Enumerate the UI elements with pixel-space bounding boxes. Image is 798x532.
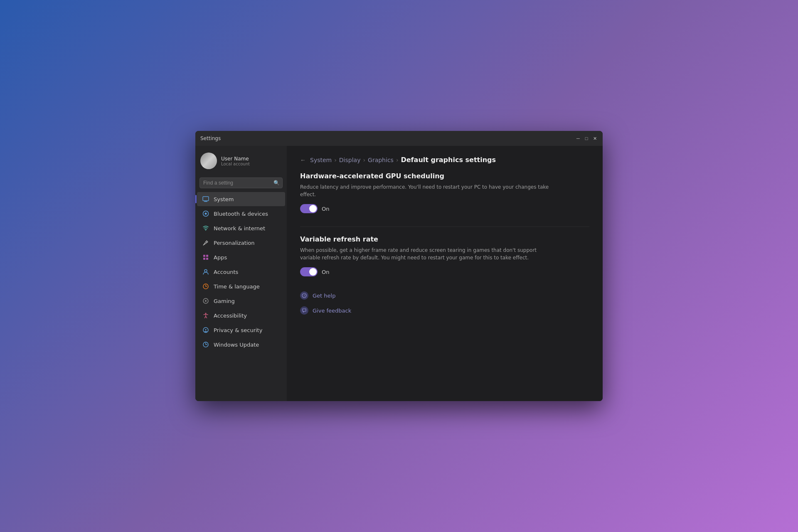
sidebar-label-update: Windows Update: [214, 342, 259, 348]
gpu-scheduling-desc: Reduce latency and improve performance. …: [300, 183, 549, 198]
page-title: Default graphics settings: [401, 156, 496, 164]
sidebar-item-network[interactable]: Network & internet: [197, 221, 285, 235]
svg-rect-0: [203, 197, 209, 201]
sidebar-item-personalization[interactable]: Personalization: [197, 236, 285, 250]
avatar: [200, 153, 217, 169]
variable-refresh-title: Variable refresh rate: [300, 235, 589, 243]
breadcrumb-sep-1: ›: [334, 157, 337, 163]
gpu-scheduling-toggle-row: On: [300, 204, 589, 213]
breadcrumb-graphics[interactable]: Graphics: [368, 157, 394, 163]
search-input[interactable]: [200, 177, 283, 188]
sidebar-item-apps[interactable]: Apps: [197, 250, 285, 264]
svg-point-14: [205, 313, 207, 314]
sidebar-label-time: Time & language: [214, 283, 260, 290]
accessibility-icon: [202, 312, 209, 319]
sidebar: User Name Local account 🔍 System: [195, 146, 287, 401]
sidebar-item-accessibility[interactable]: Accessibility: [197, 308, 285, 323]
maximize-button[interactable]: □: [584, 135, 589, 141]
gpu-scheduling-section: Hardware-accelerated GPU scheduling Redu…: [300, 172, 589, 213]
system-icon: [202, 195, 209, 203]
gpu-scheduling-toggle-label: On: [322, 206, 329, 212]
personalization-icon: [202, 239, 209, 246]
help-section: ? Get help Give feedback: [300, 290, 589, 316]
content-area: ← System › Display › Graphics › Default …: [287, 146, 603, 401]
sidebar-item-accounts[interactable]: Accounts: [197, 265, 285, 279]
sidebar-label-personalization: Personalization: [214, 240, 255, 246]
svg-rect-5: [203, 255, 205, 257]
nav-items: System Bluetooth & devices Network & int…: [195, 192, 287, 401]
gpu-scheduling-title: Hardware-accelerated GPU scheduling: [300, 172, 589, 180]
breadcrumb-display[interactable]: Display: [339, 157, 361, 163]
gpu-scheduling-toggle[interactable]: [300, 204, 318, 213]
svg-point-16: [205, 329, 207, 330]
user-name: User Name: [221, 156, 250, 162]
titlebar: Settings ─ □ ✕: [195, 131, 603, 146]
give-feedback-icon: [300, 306, 308, 315]
update-icon: [202, 341, 209, 348]
privacy-icon: [202, 326, 209, 334]
user-subtitle: Local account: [221, 162, 250, 166]
svg-rect-1: [204, 201, 207, 202]
svg-rect-8: [206, 258, 208, 260]
svg-point-9: [204, 270, 207, 272]
close-button[interactable]: ✕: [592, 135, 598, 141]
sidebar-label-gaming: Gaming: [214, 298, 235, 304]
bluetooth-icon: [202, 210, 209, 217]
sidebar-label-apps: Apps: [214, 254, 227, 261]
sidebar-item-gaming[interactable]: Gaming: [197, 294, 285, 308]
sidebar-label-system: System: [214, 196, 234, 202]
variable-refresh-toggle-label: On: [322, 269, 329, 275]
get-help-label: Get help: [313, 293, 335, 299]
svg-rect-6: [206, 255, 208, 257]
svg-text:?: ?: [303, 294, 305, 298]
give-feedback-label: Give feedback: [313, 308, 351, 314]
back-button[interactable]: ←: [300, 157, 306, 163]
avatar-image: [200, 153, 217, 169]
svg-point-12: [205, 300, 207, 302]
time-icon: [202, 283, 209, 290]
sidebar-label-accounts: Accounts: [214, 269, 238, 275]
svg-point-4: [205, 230, 206, 231]
sidebar-label-accessibility: Accessibility: [214, 313, 247, 319]
search-icon: 🔍: [273, 180, 280, 186]
get-help-icon: ?: [300, 291, 308, 300]
variable-refresh-toggle-row: On: [300, 267, 589, 276]
sidebar-item-time[interactable]: Time & language: [197, 279, 285, 293]
sidebar-item-system[interactable]: System: [197, 192, 285, 206]
breadcrumb: ← System › Display › Graphics › Default …: [300, 156, 589, 164]
gaming-icon: [202, 297, 209, 305]
variable-refresh-desc: When possible, get a higher frame rate a…: [300, 246, 549, 261]
variable-refresh-section: Variable refresh rate When possible, get…: [300, 235, 589, 276]
variable-refresh-toggle[interactable]: [300, 267, 318, 276]
breadcrumb-system[interactable]: System: [310, 157, 332, 163]
give-feedback-link[interactable]: Give feedback: [300, 305, 589, 316]
sidebar-label-privacy: Privacy & security: [214, 327, 262, 333]
accounts-icon: [202, 268, 209, 276]
minimize-button[interactable]: ─: [575, 135, 581, 141]
network-icon: [202, 224, 209, 232]
main-layout: User Name Local account 🔍 System: [195, 146, 603, 401]
get-help-link[interactable]: ? Get help: [300, 290, 589, 301]
settings-window: Settings ─ □ ✕ User Name Local account 🔍: [195, 131, 603, 401]
sidebar-item-bluetooth[interactable]: Bluetooth & devices: [197, 207, 285, 221]
sidebar-label-bluetooth: Bluetooth & devices: [214, 211, 268, 217]
sidebar-item-privacy[interactable]: Privacy & security: [197, 323, 285, 337]
sidebar-item-update[interactable]: Windows Update: [197, 337, 285, 352]
breadcrumb-sep-2: ›: [363, 157, 365, 163]
svg-rect-7: [203, 258, 205, 260]
section-divider: [300, 227, 589, 227]
svg-point-3: [205, 213, 207, 215]
apps-icon: [202, 254, 209, 261]
search-box[interactable]: 🔍: [200, 177, 283, 188]
user-profile: User Name Local account: [195, 146, 287, 176]
sidebar-label-network: Network & internet: [214, 225, 265, 232]
breadcrumb-sep-3: ›: [396, 157, 399, 163]
user-info: User Name Local account: [221, 156, 250, 166]
window-title: Settings: [200, 135, 575, 141]
window-controls: ─ □ ✕: [575, 135, 598, 141]
